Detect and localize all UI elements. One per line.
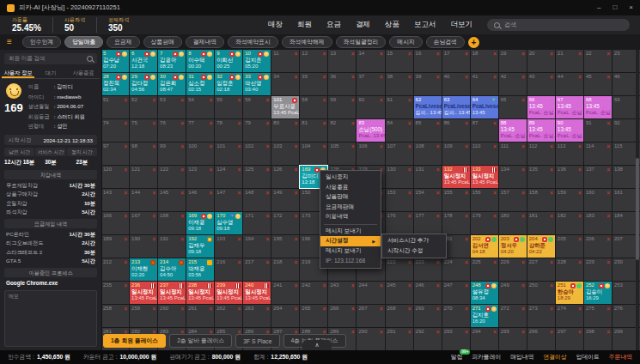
context-menu-item-3[interactable]: 요금제판매	[320, 203, 381, 213]
seat-66[interactable]: 6613:45PcaL. 손님.	[527, 96, 555, 118]
seat-91[interactable]: 91×	[584, 119, 612, 142]
seat-84[interactable]: 84×	[386, 119, 413, 142]
footer-link-0[interactable]: 알림99+	[451, 353, 463, 361]
seat-126[interactable]: 126×	[271, 166, 299, 188]
seat-148[interactable]: 148×	[243, 189, 271, 211]
seat-78[interactable]: 78×	[215, 119, 242, 142]
seat-227[interactable]: 227×	[527, 258, 555, 281]
seat-241[interactable]: 241×	[271, 282, 299, 304]
seat-190[interactable]: 190×	[130, 235, 157, 258]
seat-35[interactable]: 35×	[300, 73, 327, 95]
seat-251[interactable]: 251한승아18:29	[556, 282, 583, 304]
hamburger-icon[interactable]: ≡	[7, 34, 12, 50]
seat-82[interactable]: 82×	[328, 119, 356, 142]
seat-294[interactable]: 294×	[471, 328, 498, 350]
seat-111[interactable]: 111×	[499, 143, 527, 165]
seat-105[interactable]: 105×	[328, 143, 356, 165]
seat-109[interactable]: 109×	[442, 143, 470, 165]
seat-147[interactable]: 147×	[215, 189, 242, 211]
seat-247[interactable]: 247×	[442, 282, 470, 304]
seat-15[interactable]: 15×	[386, 50, 413, 72]
seat-14[interactable]: 14×	[357, 50, 384, 72]
seat-42[interactable]: 42×	[499, 73, 527, 95]
seat-226[interactable]: 226×	[499, 258, 527, 281]
seat-171[interactable]: 171×	[243, 212, 271, 234]
seat-215[interactable]: 215박재용03:56	[186, 258, 214, 281]
seat-203[interactable]: 203정서우04:20	[499, 235, 527, 258]
seat-291[interactable]: 291×	[386, 328, 413, 350]
seat-135[interactable]: 135×	[527, 166, 555, 188]
seat-74[interactable]: 74×	[101, 119, 129, 142]
seat-240[interactable]: 240일시정지13:45 PcaL.	[243, 282, 271, 304]
seat-248[interactable]: 248설유정08:34	[471, 282, 498, 304]
seat-53[interactable]: 53×	[158, 96, 186, 118]
seat-145[interactable]: 145×	[158, 189, 186, 211]
seat-62[interactable]: 62PcaLivese..김피.. 13:45	[414, 96, 442, 118]
seat-51[interactable]: 51×	[101, 96, 129, 118]
seat-16[interactable]: 16×	[414, 50, 442, 72]
seat-169[interactable]: 169이재용09:18	[186, 212, 214, 234]
toolbar-tab-1[interactable]: 당일매출	[64, 36, 103, 48]
seat-166[interactable]: 166×	[101, 212, 129, 234]
menu-item-0[interactable]: 매장	[268, 20, 283, 30]
seat-261[interactable]: 261×	[186, 305, 214, 327]
seat-13[interactable]: 13×	[328, 50, 356, 72]
seat-76[interactable]: 76×	[158, 119, 186, 142]
seat-263[interactable]: 263×	[243, 305, 271, 327]
seat-159[interactable]: 159×	[556, 189, 583, 211]
seat-125[interactable]: 125×	[243, 166, 271, 188]
seat-180[interactable]: 180×	[499, 212, 527, 234]
floor-button-2[interactable]: 3F S Place	[235, 334, 279, 348]
seat-99[interactable]: 99×	[158, 143, 186, 165]
toolbar-tab-9[interactable]: 손님검색	[426, 36, 465, 48]
seat-214[interactable]: 214김수아04:50	[158, 258, 186, 281]
seat-65[interactable]: 65×	[499, 96, 527, 118]
seat-216[interactable]: 216×	[215, 258, 242, 281]
seat-104[interactable]: 104×	[300, 143, 327, 165]
seat-250[interactable]: 250×	[527, 282, 555, 304]
seat-275[interactable]: 275×	[584, 305, 612, 327]
seat-172[interactable]: 172×	[271, 212, 299, 234]
seat-204[interactable]: 204강하준04:22	[527, 235, 555, 258]
seat-192[interactable]: 192김재우09:18	[186, 235, 214, 258]
seat-177[interactable]: 177×	[414, 212, 442, 234]
seat-181[interactable]: 181×	[527, 212, 555, 234]
add-tab-button[interactable]: +	[468, 37, 479, 48]
menu-item-5[interactable]: 보고서	[414, 20, 436, 30]
menu-item-1[interactable]: 회원	[297, 20, 312, 30]
toolbar-tab-4[interactable]: 결제내역	[186, 36, 224, 48]
seat-290[interactable]: 290×	[357, 328, 384, 350]
seat-45[interactable]: 45×	[584, 73, 612, 95]
seat-252[interactable]: 252김송이16:29	[584, 282, 612, 304]
context-menu-item-4[interactable]: 이용내역	[320, 212, 381, 222]
seat-124[interactable]: 124×	[215, 166, 242, 188]
seat-146[interactable]: 146×	[186, 189, 214, 211]
seat-265[interactable]: 265×	[300, 305, 327, 327]
seat-297[interactable]: 297×	[556, 328, 583, 350]
map-scrollbar[interactable]	[636, 50, 639, 350]
seat-143[interactable]: 143×	[101, 189, 129, 211]
seat-193[interactable]: 193×	[215, 235, 242, 258]
seat-36[interactable]: 36×	[328, 73, 356, 95]
seat-182[interactable]: 182×	[556, 212, 583, 234]
seat-68[interactable]: 6813:45PcaL. 손님.	[584, 96, 612, 118]
seat-224[interactable]: 224×	[442, 258, 470, 281]
seat-205[interactable]: 205×	[556, 235, 583, 258]
seat-170[interactable]: 170♥심수영09:18	[215, 212, 242, 234]
menu-item-3[interactable]: 결제	[356, 20, 370, 30]
seat-244[interactable]: 244×	[357, 282, 384, 304]
seat-81[interactable]: 81×	[300, 119, 327, 142]
seat-130[interactable]: 130×	[386, 166, 413, 188]
seat-144[interactable]: 144×	[130, 189, 157, 211]
footer-link-2[interactable]: 매입내역	[510, 353, 533, 361]
seat-298[interactable]: 298×	[584, 328, 612, 350]
seat-28[interactable]: 28정진욱02:34	[101, 73, 129, 95]
seat-52[interactable]: 52×	[130, 96, 157, 118]
context-menu-item-6[interactable]: 시간설정▶	[320, 236, 381, 246]
seat-80[interactable]: 80×	[271, 119, 299, 142]
seat-121[interactable]: 121×	[130, 166, 157, 188]
seat-202[interactable]: 202김서연04:18	[471, 235, 498, 258]
toolbar-tab-7[interactable]: 좌석일괄정리	[336, 36, 387, 48]
seat-112[interactable]: 112×	[527, 143, 555, 165]
seat-229[interactable]: 229×	[584, 258, 612, 281]
